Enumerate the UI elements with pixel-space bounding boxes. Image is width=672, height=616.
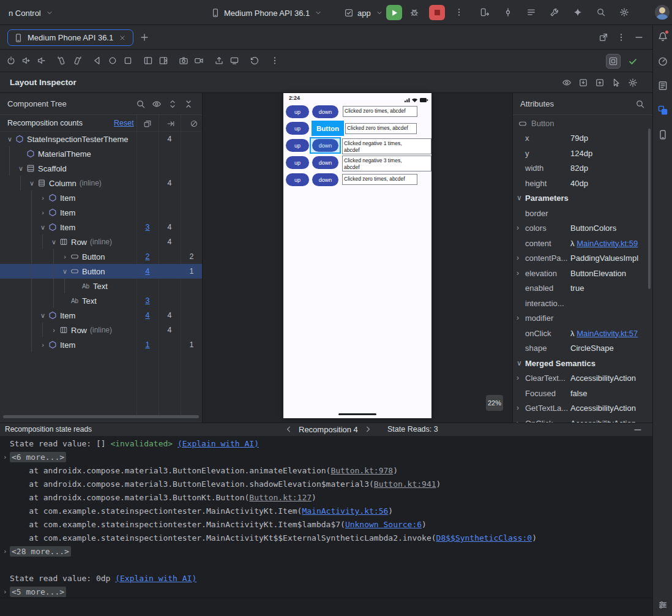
power-icon[interactable] [6,56,16,66]
tree-expand-chevron[interactable]: ∨ [5,135,15,143]
down-button[interactable]: down [312,105,338,118]
rotate-right-icon[interactable] [72,56,82,66]
more-options-icon[interactable] [616,32,626,42]
nav-back-icon[interactable] [92,56,102,66]
fold-icon[interactable] [143,56,153,66]
expand-chevron[interactable]: › [517,314,519,322]
recomposition-count[interactable]: 4 [136,264,159,279]
expand-chevron[interactable]: › [517,223,519,232]
down-button[interactable]: down [312,173,338,186]
tree-expand-chevron[interactable]: › [38,341,48,348]
recomposition-count[interactable]: 2 [136,249,159,264]
section-collapse-chevron[interactable]: ∨ [517,359,522,367]
tree-expand-chevron[interactable]: ∨ [27,179,37,187]
tab-medium-phone-api-36-1[interactable]: Medium Phone API 36.1 [7,29,133,46]
tree-node-button[interactable]: ›Button22 [0,249,202,264]
up-button[interactable]: up [286,139,309,152]
source-location-link[interactable]: Button.kt:978 [330,466,393,475]
tree-expand-chevron[interactable]: ∨ [16,165,26,173]
state-reads-icon[interactable] [166,119,176,129]
source-location-link[interactable]: D8$$SyntheticClass:0 [436,533,532,543]
share-icon[interactable] [214,56,224,66]
vcs-commit-icon[interactable] [503,7,513,17]
expand-fold-chevron[interactable]: › [3,451,7,464]
user-avatar[interactable] [655,5,670,20]
source-location-link[interactable]: (Explain with AI) [115,574,196,583]
expand-chevron[interactable]: › [517,374,519,382]
tree-node-column[interactable]: ∨Column(inline)4 [0,176,202,190]
down-button[interactable]: down [312,156,338,169]
more-options-icon[interactable] [270,56,280,66]
recomposition-count[interactable]: 4 [136,308,159,323]
search-everywhere-icon[interactable] [596,7,606,17]
zoom-level-badge[interactable]: 22% [486,395,503,411]
clicked-count-text[interactable]: Clicked negative 1 times,abcdef [342,138,431,154]
expand-chevron[interactable]: › [517,404,519,412]
recomposition-count[interactable]: 1 [136,337,159,352]
hide-panel-icon[interactable] [633,425,643,435]
device-selector[interactable]: Medium Phone API 36.1 [207,6,327,20]
hide-icon[interactable] [634,32,644,42]
screenshot-icon[interactable] [179,56,189,66]
tree-expand-chevron[interactable]: › [38,194,48,201]
tree-node-scaffold[interactable]: ∨Scaffold [0,161,202,176]
source-location-link[interactable]: Unknown Source:6 [345,520,422,529]
structure-icon[interactable] [526,7,536,17]
folded-frames[interactable]: <6 more...> [10,452,66,462]
stop-button[interactable] [429,5,445,20]
reset-counts-link[interactable]: Reset [114,119,134,127]
close-tab-icon[interactable] [118,33,127,43]
up-button[interactable]: up [286,105,309,118]
tree-node-stateinspectiontestertheme[interactable]: ∨StateInspectionTesterTheme4 [0,132,202,146]
clicked-count-text[interactable]: Clicked zero times, abcdef [343,106,417,117]
tree-node-materialtheme[interactable]: MaterialTheme [0,146,202,161]
tree-expand-chevron[interactable]: › [38,209,48,216]
clicked-count-text[interactable]: Clicked zero times, abcdef [345,123,417,134]
clicked-count-text[interactable]: Clicked negative 3 times,abcdef [342,156,431,171]
tree-node-item[interactable]: ›Item [0,205,202,220]
source-location-link[interactable]: (Explain with AI) [177,439,259,448]
device-screen[interactable]: 2:24 updownClicked zero times, abcdefupd… [283,93,431,418]
snapshot-icon[interactable] [250,56,259,66]
nav-overview-icon[interactable] [123,56,133,66]
attributes-scrollbar[interactable] [648,129,651,289]
source-location-link[interactable]: Button.kt:941 [374,479,436,489]
tree-node-button[interactable]: ∨Button41 [0,264,202,279]
tree-expand-chevron[interactable]: › [60,253,70,260]
select-mode-icon[interactable] [611,78,621,88]
profiler-icon[interactable] [655,54,670,69]
folded-frames[interactable]: <5 more...> [10,587,66,597]
expand-all-icon[interactable] [168,99,177,109]
expand-fold-chevron[interactable]: › [3,545,7,558]
source-location-link[interactable]: Button.kt:127 [249,493,312,502]
import-snapshot-icon[interactable] [595,78,605,88]
search-icon[interactable] [635,99,645,109]
expand-chevron[interactable]: › [517,269,519,277]
tree-node-row[interactable]: ›Row(inline)4 [0,323,202,337]
open-in-new-window-icon[interactable] [599,32,608,42]
app-insights-icon[interactable] [655,78,670,93]
search-icon[interactable] [136,99,146,109]
export-snapshot-icon[interactable] [578,78,588,88]
run-configuration-selector[interactable]: app [340,6,388,20]
tree-expand-chevron[interactable]: ∨ [49,238,59,246]
tree-node-item[interactable]: ›Item11 [0,337,202,352]
device-mirror-icon[interactable] [480,7,490,17]
running-devices-icon[interactable] [655,127,670,142]
vcs-widget[interactable]: n Control [5,6,58,20]
source-location-link[interactable]: MainActivity.kt:57 [577,329,638,338]
new-tab-icon[interactable] [140,32,149,42]
recomposition-count[interactable]: 3 [136,220,159,235]
gemini-icon[interactable] [573,7,583,17]
folded-frames[interactable]: <28 more...> [10,546,71,557]
unfold-icon[interactable] [159,56,168,66]
up-button[interactable]: up [286,173,309,186]
run-button[interactable] [386,5,402,20]
up-button[interactable]: up [286,122,309,135]
collapse-all-icon[interactable] [184,99,193,109]
recomposition-count[interactable]: 3 [136,293,159,308]
previous-recomposition-icon[interactable] [284,424,294,434]
next-recomposition-icon[interactable] [363,424,373,434]
tree-expand-chevron[interactable]: ∨ [60,268,70,276]
tree-node-row[interactable]: ∨Row(inline)4 [0,235,202,249]
